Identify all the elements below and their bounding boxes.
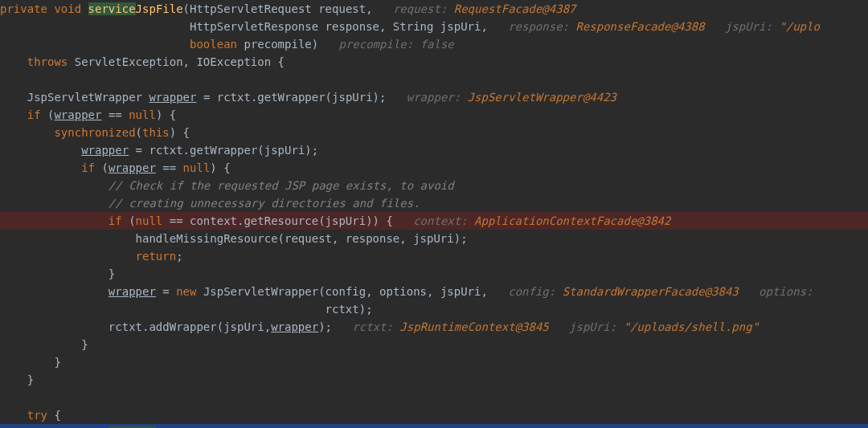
code-token: ) { — [170, 126, 190, 139]
code-token: JspServletWrapper — [0, 91, 149, 104]
code-line[interactable]: JspServletWrapper wrapper = rctxt.getWra… — [0, 88, 868, 106]
code-token: ResponseFacade@4388 — [575, 20, 704, 33]
code-token: config: — [508, 285, 562, 298]
code-token: return — [136, 250, 177, 263]
code-token: ) { — [156, 108, 176, 121]
code-line[interactable]: handleMissingResource(request, response,… — [0, 230, 868, 247]
code-token: ApplicationContextFacade@3842 — [474, 214, 670, 227]
code-line[interactable]: synchronized(this) { — [0, 124, 868, 141]
code-line[interactable]: boolean precompile) precompile: false — [0, 35, 868, 53]
code-token: } — [0, 373, 34, 386]
code-token — [0, 144, 81, 157]
code-line[interactable]: if (null == context.getResource(jspUri))… — [0, 212, 868, 230]
code-token: response: — [508, 20, 575, 33]
code-token — [0, 73, 6, 86]
code-token: ( — [95, 161, 108, 174]
code-token: RequestFacade@4387 — [454, 2, 576, 15]
code-token — [0, 285, 108, 298]
code-token: wrapper — [108, 161, 156, 174]
code-token — [0, 250, 136, 263]
code-token: null — [136, 214, 163, 227]
code-line[interactable]: } — [0, 336, 868, 353]
code-line[interactable]: private void serviceJspFile(HttpServletR… — [0, 0, 868, 18]
code-token: JspServletWrapper@4423 — [468, 91, 616, 104]
code-token: service — [88, 2, 136, 15]
code-line[interactable]: if (wrapper == null) { — [0, 159, 868, 177]
code-token: jspUri: — [549, 320, 624, 333]
code-token: "/uploads/shell.png" — [624, 320, 760, 333]
code-token — [0, 391, 6, 404]
code-token: StandardWrapperFacade@3843 — [563, 285, 739, 298]
code-token: boolean — [190, 38, 237, 51]
code-token: == — [156, 161, 183, 174]
code-line[interactable]: // creating unnecessary directories and … — [0, 194, 868, 212]
code-token: wrapper — [271, 320, 318, 333]
code-token: ); — [318, 320, 352, 333]
code-line[interactable]: wrapper = new JspServletWrapper(config, … — [0, 283, 868, 300]
code-token: = — [156, 285, 176, 298]
code-line[interactable]: } — [0, 353, 868, 371]
code-token: this — [142, 126, 170, 139]
code-token: wrapper — [81, 144, 129, 157]
code-token: { — [47, 409, 61, 422]
code-line[interactable]: } — [0, 265, 868, 283]
code-token: if — [108, 214, 122, 227]
code-line[interactable]: } — [0, 371, 868, 389]
code-token: } — [0, 338, 88, 351]
code-token: try — [27, 409, 47, 422]
code-token: ) { — [210, 161, 230, 174]
code-token: wrapper — [54, 108, 101, 121]
code-token: wrapper: — [407, 91, 468, 104]
code-line[interactable] — [0, 71, 868, 88]
code-token: rctxt); — [0, 303, 373, 316]
code-token: JspRuntimeContext@3845 — [399, 320, 548, 333]
code-token: if — [81, 161, 95, 174]
code-token — [0, 55, 27, 68]
code-token: precompile) — [237, 38, 338, 51]
code-token: HttpServletResponse response, String jsp… — [0, 20, 508, 33]
code-line[interactable]: wrapper.service(request, response, preco… — [0, 424, 868, 428]
code-line[interactable]: // Check if the requested JSP page exist… — [0, 177, 868, 194]
code-token: if — [27, 108, 41, 121]
code-token: // Check if the requested JSP page exist… — [108, 179, 454, 192]
code-token: = rctxt.getWrapper(jspUri); — [196, 91, 406, 104]
code-token: context: — [413, 214, 474, 227]
code-token: wrapper — [149, 91, 196, 104]
code-line[interactable]: if (wrapper == null) { — [0, 106, 868, 124]
code-line[interactable]: try { — [0, 406, 868, 424]
code-token: ServletException, IOException { — [68, 55, 285, 68]
code-token: (HttpServletRequest request, — [183, 2, 393, 15]
code-token: throws — [27, 55, 68, 68]
code-line[interactable]: throws ServletException, IOException { — [0, 53, 868, 71]
code-token — [0, 214, 108, 227]
code-line[interactable]: rctxt.addWrapper(jspUri,wrapper); rctxt:… — [0, 318, 868, 336]
code-token: rctxt: — [352, 320, 399, 333]
code-line[interactable]: HttpServletResponse response, String jsp… — [0, 18, 868, 35]
code-token: ( — [41, 108, 55, 121]
code-token — [0, 38, 190, 51]
code-line[interactable]: wrapper = rctxt.getWrapper(jspUri); — [0, 141, 868, 159]
code-token — [0, 179, 108, 192]
code-token — [0, 126, 54, 139]
code-line[interactable]: return; — [0, 247, 868, 265]
code-line[interactable]: rctxt); — [0, 300, 868, 318]
code-token: precompile: — [338, 38, 420, 51]
code-token: JspFile — [136, 2, 183, 15]
code-token: } — [0, 356, 61, 369]
code-token — [0, 108, 27, 121]
code-token: jspUri: — [705, 20, 780, 33]
code-token: handleMissingResource(request, response,… — [0, 232, 468, 245]
code-token: ( — [122, 214, 136, 227]
code-token: "/uplo — [779, 20, 820, 33]
code-token: // creating unnecessary directories and … — [108, 197, 420, 210]
code-token: ; — [176, 250, 182, 263]
code-token: options: — [739, 285, 813, 298]
code-line[interactable] — [0, 389, 868, 406]
code-token: == — [101, 108, 129, 121]
code-token: synchronized — [54, 126, 135, 139]
code-token: false — [420, 38, 454, 51]
code-editor[interactable]: private void serviceJspFile(HttpServletR… — [0, 0, 868, 428]
code-token: request: — [393, 2, 454, 15]
code-token: = rctxt.getWrapper(jspUri); — [129, 144, 318, 157]
code-token: null — [129, 108, 156, 121]
